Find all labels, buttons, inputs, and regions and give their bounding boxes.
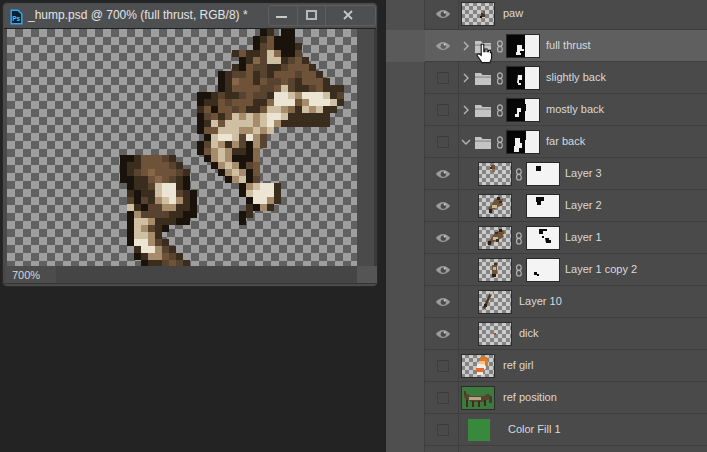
svg-text:Ps: Ps <box>12 15 20 22</box>
